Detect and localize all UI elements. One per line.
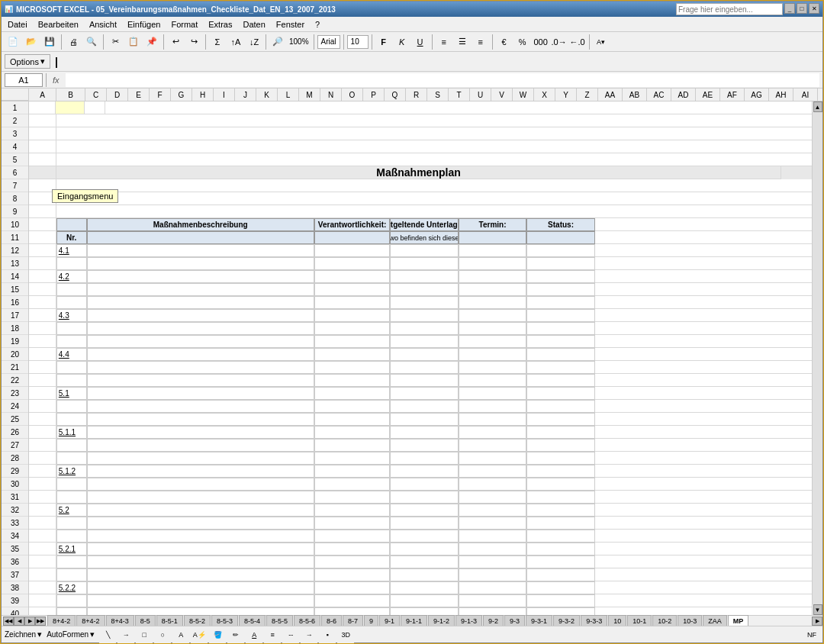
data-verant-4-1[interactable] bbox=[314, 244, 390, 257]
new-button[interactable]: 📄 bbox=[5, 34, 21, 50]
col-header-E[interactable]: E bbox=[128, 89, 150, 101]
tab-9-2[interactable]: 9-2 bbox=[483, 615, 504, 626]
menu-daten[interactable]: Daten bbox=[238, 18, 269, 31]
tab-9-3-3[interactable]: 9-3-3 bbox=[581, 615, 607, 626]
menu-fenster[interactable]: Fenster bbox=[272, 18, 309, 31]
decimal-dec-button[interactable]: ←.0 bbox=[569, 34, 586, 50]
row-num-1[interactable]: 1 bbox=[2, 101, 28, 114]
row-num-2[interactable]: 2 bbox=[2, 114, 28, 127]
menu-datei[interactable]: Datei bbox=[3, 18, 32, 31]
cell-A7[interactable] bbox=[29, 179, 56, 192]
col-header-W[interactable]: W bbox=[513, 89, 534, 101]
data-desc-4-1-b[interactable] bbox=[87, 257, 314, 270]
oval-tool[interactable]: ○ bbox=[154, 626, 171, 643]
menu-extras[interactable]: Extras bbox=[204, 18, 237, 31]
col-header-Q[interactable]: Q bbox=[385, 89, 406, 101]
print-preview-button[interactable]: 🔍 bbox=[83, 34, 100, 50]
row-num-36[interactable]: 36 bbox=[2, 555, 28, 568]
tab-8-5-6[interactable]: 8-5-6 bbox=[294, 615, 320, 626]
cell-A9[interactable] bbox=[29, 205, 56, 218]
row-num-5[interactable]: 5 bbox=[2, 153, 28, 166]
open-button[interactable]: 📂 bbox=[23, 34, 40, 50]
cell-rest-2[interactable] bbox=[56, 114, 819, 127]
data-nr-4-1[interactable]: 4.1 bbox=[56, 244, 87, 257]
cell-A2[interactable] bbox=[29, 114, 56, 127]
sheet-prev-button[interactable]: ◀ bbox=[14, 617, 24, 626]
row-num-30[interactable]: 30 bbox=[2, 478, 28, 491]
col-header-AG[interactable]: AG bbox=[745, 89, 769, 101]
tab-8-5-5[interactable]: 8-5-5 bbox=[266, 615, 293, 626]
row-num-28[interactable]: 28 bbox=[2, 452, 28, 465]
tab-MP[interactable]: MP bbox=[728, 615, 749, 626]
tab-10-3[interactable]: 10-3 bbox=[678, 615, 702, 626]
cell-rest-5[interactable] bbox=[56, 153, 819, 166]
align-right-button[interactable]: ≡ bbox=[472, 34, 489, 50]
row-num-34[interactable]: 34 bbox=[2, 530, 28, 543]
bold-button[interactable]: F bbox=[375, 34, 392, 50]
cell-rest-4[interactable] bbox=[56, 140, 819, 153]
row-num-12[interactable]: 12 bbox=[2, 244, 28, 257]
tab-9-1-1[interactable]: 9-1-1 bbox=[401, 615, 427, 626]
thousands-button[interactable]: 000 bbox=[533, 34, 549, 50]
cell-rest-3[interactable] bbox=[56, 127, 819, 140]
cell-A3[interactable] bbox=[29, 127, 56, 140]
cell-rest-12[interactable] bbox=[595, 244, 822, 257]
data-nr-5-2[interactable]: 5.2 bbox=[56, 504, 87, 517]
fill-color-drawing[interactable]: 🪣 bbox=[209, 626, 226, 643]
col-header-J[interactable]: J bbox=[235, 89, 256, 101]
cell-A11[interactable] bbox=[29, 231, 56, 244]
arrow-style-drawing[interactable]: → bbox=[301, 626, 317, 643]
tab-10-1[interactable]: 10-1 bbox=[627, 615, 652, 626]
menu-bearbeiten[interactable]: Bearbeiten bbox=[34, 18, 83, 31]
cell-rest-7[interactable] bbox=[56, 179, 819, 192]
font-size[interactable]: 10 bbox=[347, 35, 369, 49]
col-header-F[interactable]: F bbox=[150, 89, 171, 101]
textbox-tool[interactable]: A bbox=[172, 626, 189, 643]
col-header-P[interactable]: P bbox=[363, 89, 385, 101]
3d-drawing[interactable]: 3D bbox=[337, 626, 354, 643]
formula-input[interactable] bbox=[66, 73, 819, 87]
col-header-AB[interactable]: AB bbox=[623, 89, 647, 101]
search-input[interactable] bbox=[676, 3, 783, 15]
fill-color-button[interactable]: A▾ bbox=[593, 34, 610, 50]
data-status-4-1-b[interactable] bbox=[526, 257, 595, 270]
row-num-38[interactable]: 38 bbox=[2, 581, 28, 594]
tab-9-1-3[interactable]: 9-1-3 bbox=[455, 615, 482, 626]
tab-8+4-3[interactable]: 8+4-3 bbox=[106, 615, 134, 626]
cut-button[interactable]: ✂ bbox=[107, 34, 124, 50]
col-header-L[interactable]: L bbox=[278, 89, 299, 101]
data-mitgelt-4-1[interactable] bbox=[390, 244, 459, 257]
sheet-last-button[interactable]: ▶▶ bbox=[35, 617, 46, 626]
col-header-D[interactable]: D bbox=[107, 89, 128, 101]
line-color-drawing[interactable]: ✏ bbox=[227, 626, 244, 643]
data-verant-4-2[interactable] bbox=[314, 270, 390, 283]
percent-button[interactable]: % bbox=[514, 34, 531, 50]
tab-8-5-1[interactable]: 8-5-1 bbox=[156, 615, 183, 626]
sort-desc-button[interactable]: ↓Z bbox=[246, 34, 262, 50]
menu-format[interactable]: Format bbox=[166, 18, 202, 31]
shadow-drawing[interactable]: ▪ bbox=[319, 626, 336, 643]
col-header-O[interactable]: O bbox=[342, 89, 363, 101]
undo-button[interactable]: ↩ bbox=[167, 34, 184, 50]
tab-9-3-1[interactable]: 9-3-1 bbox=[526, 615, 552, 626]
col-header-AD[interactable]: AD bbox=[671, 89, 696, 101]
data-nr-5-2-2[interactable]: 5.2.2 bbox=[56, 581, 87, 594]
col-header-C[interactable]: C bbox=[85, 89, 107, 101]
data-nr-4-1-b[interactable] bbox=[56, 257, 87, 270]
col-header-AI[interactable]: AI bbox=[793, 89, 818, 101]
tab-9-1[interactable]: 9-1 bbox=[379, 615, 400, 626]
line-style-drawing[interactable]: ≡ bbox=[264, 626, 281, 643]
data-nr-5-2-1[interactable]: 5.2.1 bbox=[56, 543, 87, 555]
tab-ZAA[interactable]: ZAA bbox=[703, 615, 727, 626]
col-header-AF[interactable]: AF bbox=[720, 89, 745, 101]
decimal-inc-button[interactable]: .0→ bbox=[551, 34, 568, 50]
data-nr-5-1-1[interactable]: 5.1.1 bbox=[56, 426, 87, 439]
col-header-X[interactable]: X bbox=[534, 89, 555, 101]
options-button[interactable]: Options ▾ bbox=[5, 54, 50, 69]
sort-asc-button[interactable]: ↑A bbox=[227, 34, 244, 50]
row-num-15[interactable]: 15 bbox=[2, 283, 28, 296]
col-header-AA[interactable]: AA bbox=[598, 89, 623, 101]
row-num-27[interactable]: 27 bbox=[2, 439, 28, 452]
tab-10[interactable]: 10 bbox=[608, 615, 626, 626]
dash-style-drawing[interactable]: -- bbox=[282, 626, 299, 643]
